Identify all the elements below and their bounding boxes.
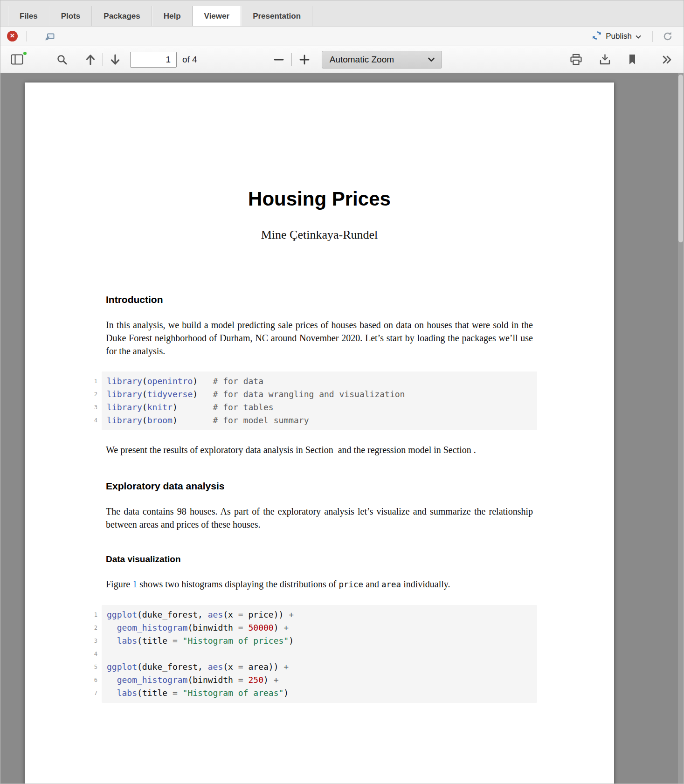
scrollbar-thumb[interactable]	[678, 75, 683, 242]
code-token: +	[274, 675, 279, 685]
paragraph-eda: The data contains 98 houses. As part of …	[106, 505, 533, 531]
code-token: (duke_forest,	[137, 662, 208, 672]
tab-help[interactable]: Help	[152, 6, 193, 26]
code-token: labs	[117, 636, 137, 646]
code-token: (title	[137, 688, 173, 698]
code-token: ggplot	[107, 610, 137, 619]
code-token: )	[173, 402, 178, 412]
text-segment: The data contains 98 houses. As part of …	[106, 506, 533, 530]
code-token: 250	[248, 675, 263, 685]
text-segment: and	[363, 579, 381, 589]
code-token: aes	[208, 610, 223, 619]
pdf-toolbar-right	[568, 52, 675, 67]
publish-label: Publish	[606, 32, 632, 41]
close-icon[interactable]: ×	[7, 31, 18, 41]
code-token: geom_histogram	[117, 675, 188, 685]
code-token: ggplot	[107, 662, 137, 672]
line-number: 4	[88, 414, 97, 427]
code-token: )	[193, 389, 198, 399]
code-line: 1library(openintro) # for data	[107, 375, 532, 388]
line-number: 3	[88, 401, 97, 414]
code-token: price))	[243, 610, 289, 619]
text-segment: In this analysis, we build a model predi…	[106, 320, 533, 356]
tab-presentation[interactable]: Presentation	[241, 6, 312, 26]
toolbar-divider	[291, 53, 292, 66]
zoom-out-icon[interactable]	[271, 52, 287, 68]
refresh-icon[interactable]	[660, 29, 675, 44]
line-number: 5	[88, 660, 97, 674]
code-line: 4	[107, 647, 532, 660]
code-token: library	[107, 376, 142, 386]
code-token	[178, 688, 183, 698]
sidebar-toggle-icon[interactable]	[9, 52, 25, 67]
code-token	[178, 415, 213, 425]
page-down-icon[interactable]	[108, 52, 123, 68]
code-token: (x	[223, 662, 238, 672]
viewer-toolbar: × Publish	[0, 27, 684, 46]
text-segment: shows two histograms displaying the dist…	[137, 579, 339, 589]
code-token: # for model summary	[213, 415, 309, 425]
code-line: 7 labs(title = "Histogram of areas")	[107, 687, 532, 700]
code-token: openintro	[147, 376, 193, 386]
inline-code: area	[381, 580, 401, 589]
figure-ref-link[interactable]: 1	[132, 579, 137, 589]
code-line: 6 geom_histogram(binwidth = 250) +	[107, 674, 532, 687]
code-token: 50000	[248, 623, 273, 633]
publish-icon	[592, 30, 602, 42]
code-token: +	[289, 610, 294, 619]
tab-viewer[interactable]: Viewer	[193, 6, 242, 26]
search-icon[interactable]	[54, 52, 70, 68]
code-token	[178, 402, 213, 412]
code-line: 2library(tidyverse) # for data wrangling…	[107, 388, 532, 401]
publish-button[interactable]: Publish	[588, 28, 645, 44]
text-segment: Figure	[106, 579, 132, 589]
code-token: +	[283, 662, 289, 672]
popout-icon[interactable]	[44, 31, 55, 41]
print-icon[interactable]	[568, 52, 584, 67]
text-segment: We present the results of exploratory da…	[106, 445, 476, 455]
code-token	[178, 636, 183, 646]
code-token: =	[238, 610, 243, 619]
code-token: (	[142, 415, 147, 425]
code-token	[198, 376, 213, 386]
code-token: +	[283, 623, 289, 633]
code-token: "Histogram of prices"	[183, 636, 289, 646]
code-block-libraries: 1library(openintro) # for data2library(t…	[102, 371, 537, 430]
zoom-select[interactable]: Automatic Zoom	[322, 51, 442, 69]
code-token: library	[107, 402, 142, 412]
code-token: (title	[137, 636, 173, 646]
toolbar-divider	[103, 53, 103, 66]
section-heading-introduction: Introduction	[106, 294, 533, 305]
code-line: 3 labs(title = "Histogram of prices")	[107, 634, 532, 647]
code-token: area))	[243, 662, 284, 672]
line-number: 1	[88, 375, 97, 388]
code-token	[107, 623, 117, 633]
text-segment: individually.	[401, 579, 450, 589]
page-number-input[interactable]	[130, 52, 177, 68]
toolbar-more-icon[interactable]	[658, 52, 675, 67]
download-icon[interactable]	[597, 52, 613, 67]
bookmark-icon[interactable]	[626, 52, 639, 67]
pdf-page: Housing Prices Mine Çetinkaya-Rundel Int…	[25, 83, 614, 784]
code-token	[107, 636, 117, 646]
toolbar-separator	[652, 31, 653, 42]
code-block-ggplot: 1ggplot(duke_forest, aes(x = price)) +2 …	[102, 605, 537, 703]
pane-tabbar: FilesPlotsPackagesHelpViewerPresentation	[0, 0, 684, 27]
line-number: 2	[88, 388, 97, 401]
code-line: 3library(knitr) # for tables	[107, 401, 532, 414]
pdf-viewer-area[interactable]: Housing Prices Mine Çetinkaya-Rundel Int…	[0, 73, 684, 784]
page-up-icon[interactable]	[83, 52, 98, 68]
paragraph-figure: Figure 1 shows two histograms displaying…	[106, 578, 533, 591]
code-token: (binwidth	[187, 623, 238, 633]
tab-plots[interactable]: Plots	[49, 6, 92, 26]
code-line: 4library(broom) # for model summary	[107, 414, 532, 427]
code-token: )	[263, 675, 274, 685]
scrollbar[interactable]	[678, 73, 684, 784]
zoom-in-icon[interactable]	[297, 52, 312, 68]
paragraph-sections-note: We present the results of exploratory da…	[106, 443, 533, 456]
section-heading-eda: Exploratory data analysis	[106, 481, 533, 492]
tab-packages[interactable]: Packages	[92, 6, 152, 26]
tab-files[interactable]: Files	[8, 6, 49, 26]
document-title: Housing Prices	[106, 188, 533, 210]
code-token: )	[289, 636, 294, 646]
